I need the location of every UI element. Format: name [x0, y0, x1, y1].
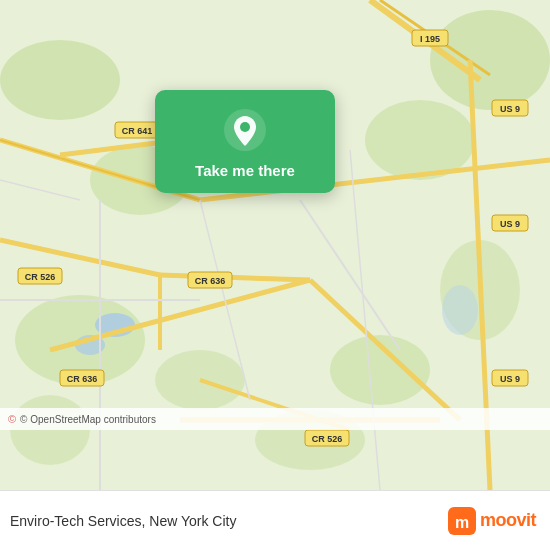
map-container: CR 641 CR 526 CR 636 CR 636 CR 526 I 195…: [0, 0, 550, 490]
svg-text:CR 526: CR 526: [25, 272, 56, 282]
popup-label: Take me there: [195, 162, 295, 179]
bottom-bar: Enviro-Tech Services, New York City m mo…: [0, 490, 550, 550]
attribution-bar: © © OpenStreetMap contributors: [0, 408, 550, 430]
svg-text:CR 636: CR 636: [195, 276, 226, 286]
svg-point-1: [0, 40, 120, 120]
moovit-logo: m moovit: [448, 507, 536, 535]
moovit-label: moovit: [480, 510, 536, 531]
attribution-text: © OpenStreetMap contributors: [20, 414, 156, 425]
svg-text:US 9: US 9: [500, 104, 520, 114]
moovit-icon: m: [448, 507, 476, 535]
svg-text:CR 526: CR 526: [312, 434, 343, 444]
svg-text:CR 641: CR 641: [122, 126, 153, 136]
svg-text:US 9: US 9: [500, 374, 520, 384]
location-label: Enviro-Tech Services, New York City: [10, 513, 236, 529]
location-pin-icon: [223, 108, 267, 152]
svg-point-13: [442, 285, 478, 335]
svg-text:US 9: US 9: [500, 219, 520, 229]
svg-text:m: m: [455, 514, 469, 531]
svg-text:I 195: I 195: [420, 34, 440, 44]
take-me-there-popup[interactable]: Take me there: [155, 90, 335, 193]
svg-point-10: [10, 395, 90, 465]
svg-point-53: [240, 122, 250, 132]
svg-text:CR 636: CR 636: [67, 374, 98, 384]
copyright-symbol: ©: [8, 413, 16, 425]
